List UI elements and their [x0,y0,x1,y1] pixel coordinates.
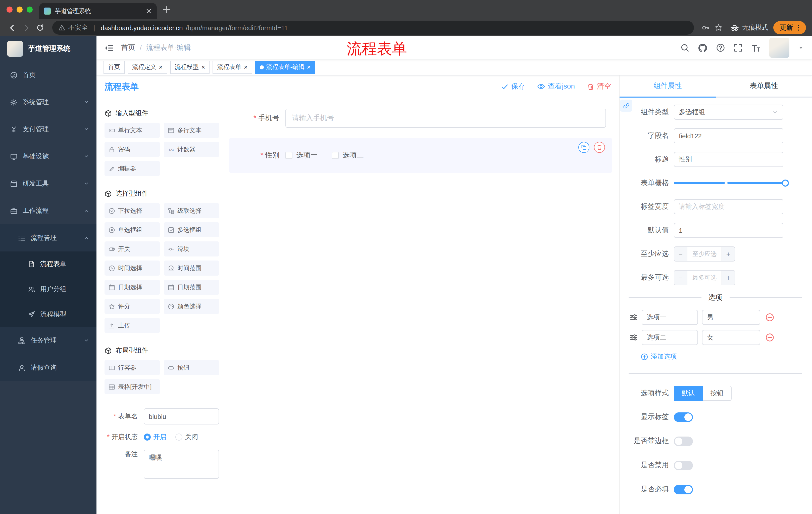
search-icon[interactable] [680,43,689,52]
minimize-window-button[interactable] [17,6,23,12]
mobile-input[interactable]: 请输入手机号 [285,109,606,128]
tag-close-icon[interactable]: × [159,64,163,71]
fullscreen-icon[interactable] [734,43,743,52]
component-chip[interactable]: 日期选择 [105,280,160,295]
menu-dots-icon[interactable] [794,24,803,32]
component-chip[interactable]: 级联选择 [164,203,219,218]
clear-button[interactable]: 清空 [587,82,611,91]
title-input[interactable]: 性别 [674,152,783,167]
option-label-input[interactable]: 选项二 [642,330,698,345]
component-chip[interactable]: 多行文本 [164,123,219,138]
tag-view-item[interactable]: 首页 × [104,61,125,74]
decrease-button[interactable]: − [674,271,687,285]
tab-component-props[interactable]: 组件属性 [619,76,716,97]
view-json-button[interactable]: 查看json [538,82,575,91]
sidebar-subitem[interactable]: 用户分组 [0,277,96,302]
checkbox-option[interactable]: 选项二 [331,151,364,160]
forward-icon[interactable] [19,21,33,35]
tag-view-item[interactable]: 流程表单-编辑 × [255,61,315,74]
remove-option-icon[interactable] [765,333,774,342]
option-value-input[interactable]: 男 [702,310,760,325]
slider-handle[interactable] [782,180,789,187]
toggle-switch[interactable] [674,485,693,494]
maximize-window-button[interactable] [27,6,33,12]
back-icon[interactable] [5,21,19,35]
tag-close-icon[interactable]: × [201,64,205,71]
max-select-stepper[interactable]: − 最多可选 + [674,270,735,285]
github-icon[interactable] [698,43,707,53]
component-chip[interactable]: 密码 [105,142,160,157]
min-select-stepper[interactable]: − 至少应选 + [674,246,735,262]
new-tab-button[interactable] [162,5,171,16]
component-chip[interactable]: 按钮 [164,360,219,375]
key-icon[interactable] [699,21,712,34]
sidebar-item-leave-query[interactable]: 请假查询 [0,354,96,381]
status-off-radio[interactable]: 关闭 [175,433,198,441]
option-value-input[interactable]: 女 [702,330,760,345]
breadcrumb-home[interactable]: 首页 [121,43,135,52]
component-type-select[interactable]: 多选框组 [674,105,783,120]
component-chip[interactable]: 编辑器 [105,161,160,176]
browser-tab[interactable]: 芋道管理系统 [39,3,157,19]
toggle-switch[interactable] [674,460,693,470]
sidebar-item[interactable]: 支付管理 [0,116,96,143]
font-size-icon[interactable] [751,43,761,53]
address-bar[interactable]: 不安全 | dashboard.yudao.iocoder.cn/bpm/man… [52,21,694,35]
remove-option-icon[interactable] [765,313,774,322]
link-icon[interactable] [620,100,632,112]
update-button[interactable]: 更新 [773,21,806,34]
option-style-radio[interactable]: 默认 [674,386,703,401]
component-chip[interactable]: 行容器 [105,360,160,375]
field-name-input[interactable]: field122 [674,128,783,143]
tab-form-props[interactable]: 表单属性 [716,76,812,97]
component-chip[interactable]: 颜色选择 [164,299,219,314]
component-chip[interactable]: 单行文本 [105,123,160,138]
sidebar-item[interactable]: 工作流程 [0,197,96,224]
increase-button[interactable]: + [722,247,735,261]
copy-widget-button[interactable] [578,142,589,153]
reload-icon[interactable] [33,21,47,35]
sidebar-item[interactable]: 首页 [0,61,96,88]
caret-down-icon[interactable] [798,45,804,51]
sidebar-item[interactable]: 基础设施 [0,143,96,170]
component-chip[interactable]: 下拉选择 [105,203,160,218]
delete-widget-button[interactable] [594,142,605,153]
toggle-switch[interactable] [674,436,693,446]
component-chip[interactable]: 计数器 [164,142,219,157]
tag-view-item[interactable]: 流程定义 × [127,61,167,74]
tag-close-icon[interactable]: × [244,64,248,71]
hamburger-icon[interactable] [105,43,114,53]
decrease-button[interactable]: − [674,247,687,261]
sidebar-item-task-mgmt[interactable]: 任务管理 [0,327,96,354]
remark-textarea[interactable]: 嘿嘿 [144,450,219,479]
sidebar-subitem[interactable]: 流程表单 [0,251,96,277]
label-width-input[interactable]: 请输入标签宽度 [674,199,783,214]
toggle-switch[interactable] [674,412,693,422]
form-name-input[interactable]: biubiu [144,408,219,425]
sidebar-subitem[interactable]: 流程模型 [0,302,96,327]
drag-handle-icon[interactable] [630,313,638,321]
sidebar-item[interactable]: 研发工具 [0,170,96,197]
grid-slider[interactable] [674,175,787,191]
tag-close-icon[interactable]: × [307,64,311,71]
component-chip[interactable]: 时间范围 [164,261,219,276]
component-chip[interactable]: 日期范围 [164,280,219,295]
default-value-input[interactable]: 1 [674,223,783,238]
component-chip[interactable]: 时间选择 [105,261,160,276]
component-chip[interactable]: 评分 [105,299,160,314]
sidebar-item-process-mgmt[interactable]: 流程管理 [0,224,96,251]
add-option-button[interactable]: 添加选项 [641,352,812,361]
component-chip[interactable]: 开关 [105,241,160,256]
option-style-radio[interactable]: 按钮 [703,386,732,401]
status-on-radio[interactable]: 开启 [144,433,166,441]
checkbox-option[interactable]: 选项一 [285,151,318,160]
option-label-input[interactable]: 选项一 [642,310,698,325]
close-window-button[interactable] [6,6,12,12]
widget-mobile-field[interactable]: 手机号 请输入手机号 [229,103,612,134]
component-chip[interactable]: 表格[开发中] [105,379,160,394]
component-chip[interactable]: 滑块 [164,241,219,256]
checkbox-box[interactable] [285,152,292,159]
component-chip[interactable]: 多选框组 [164,222,219,237]
tag-view-item[interactable]: 流程表单 × [212,61,252,74]
tag-view-item[interactable]: 流程模型 × [170,61,209,74]
